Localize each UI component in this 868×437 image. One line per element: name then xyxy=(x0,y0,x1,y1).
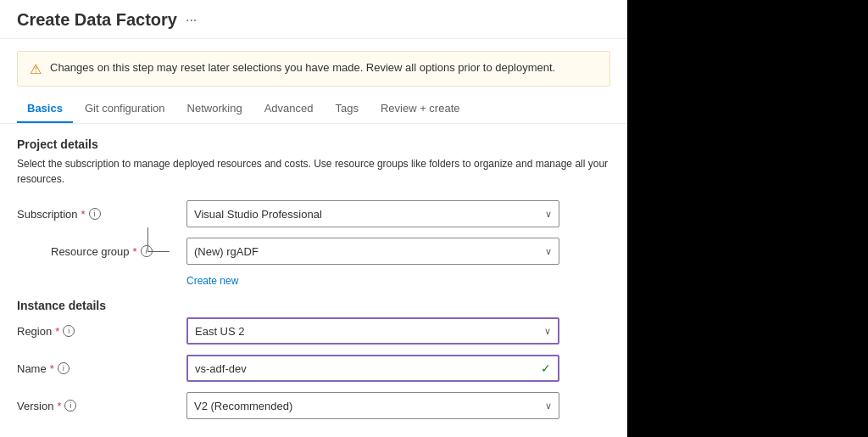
page-title: Create Data Factory xyxy=(17,10,177,30)
region-value: East US 2 xyxy=(195,325,245,338)
subscription-control-wrapper: Visual Studio Professional ∨ xyxy=(186,200,559,227)
subscription-required: * xyxy=(81,208,86,221)
tab-tags[interactable]: Tags xyxy=(325,95,368,123)
right-panel xyxy=(627,0,868,437)
resource-group-dropdown[interactable]: (New) rgADF ∨ xyxy=(186,238,559,265)
name-value: vs-adf-dev xyxy=(195,362,247,375)
project-details-title: Project details xyxy=(17,137,610,151)
subscription-dropdown[interactable]: Visual Studio Professional ∨ xyxy=(186,200,559,227)
warning-icon: ⚠ xyxy=(30,61,42,77)
region-chevron-icon: ∨ xyxy=(544,326,551,337)
warning-banner: ⚠ Changes on this step may reset later s… xyxy=(17,51,610,87)
subscription-info-icon[interactable]: i xyxy=(89,208,101,220)
form-body: Project details Select the subscription … xyxy=(0,124,627,437)
region-row: Region * i East US 2 ∨ xyxy=(17,317,610,345)
create-new-link[interactable]: Create new xyxy=(186,275,610,287)
main-panel: Create Data Factory ··· ⚠ Changes on thi… xyxy=(0,0,627,437)
tab-review-create[interactable]: Review + create xyxy=(370,95,470,123)
tab-advanced[interactable]: Advanced xyxy=(254,95,324,123)
subscription-label: Subscription * i xyxy=(17,208,186,221)
region-control-wrapper: East US 2 ∨ xyxy=(186,317,559,345)
name-row: Name * i vs-adf-dev ✓ xyxy=(17,355,610,382)
tab-networking[interactable]: Networking xyxy=(177,95,253,123)
version-chevron-icon: ∨ xyxy=(545,401,552,412)
name-control-wrapper: vs-adf-dev ✓ xyxy=(186,355,559,382)
more-options-icon[interactable]: ··· xyxy=(186,13,197,28)
version-row: Version * i V2 (Recommended) ∨ xyxy=(17,392,610,419)
name-required: * xyxy=(50,362,54,375)
project-details-section: Project details Select the subscription … xyxy=(17,137,610,287)
name-input[interactable]: vs-adf-dev ✓ xyxy=(186,355,559,382)
project-details-desc: Select the subscription to manage deploy… xyxy=(17,156,610,187)
name-check-icon: ✓ xyxy=(541,361,551,375)
instance-details-section: Instance details Region * i East US 2 ∨ xyxy=(17,299,610,419)
region-info-icon[interactable]: i xyxy=(63,325,75,337)
tab-basics[interactable]: Basics xyxy=(17,95,73,123)
resource-group-control-wrapper: (New) rgADF ∨ xyxy=(186,238,559,265)
subscription-row: Subscription * i Visual Studio Professio… xyxy=(17,200,610,227)
version-control-wrapper: V2 (Recommended) ∨ xyxy=(186,392,559,419)
version-info-icon[interactable]: i xyxy=(64,400,76,412)
region-required: * xyxy=(55,325,59,338)
resource-group-chevron-icon: ∨ xyxy=(545,246,552,257)
resource-group-value: (New) rgADF xyxy=(194,245,259,258)
subscription-value: Visual Studio Professional xyxy=(194,208,322,221)
tab-git-configuration[interactable]: Git configuration xyxy=(75,95,175,123)
version-dropdown[interactable]: V2 (Recommended) ∨ xyxy=(186,392,559,419)
region-dropdown[interactable]: East US 2 ∨ xyxy=(186,317,559,345)
version-value: V2 (Recommended) xyxy=(194,400,292,412)
instance-details-title: Instance details xyxy=(17,299,610,312)
warning-text: Changes on this step may reset later sel… xyxy=(50,60,555,76)
tabs-container: Basics Git configuration Networking Adva… xyxy=(0,95,627,124)
resource-group-required: * xyxy=(133,245,137,258)
resource-group-row: Resource group * i (New) rgADF ∨ xyxy=(17,238,610,265)
version-label: Version * i xyxy=(17,400,186,412)
name-info-icon[interactable]: i xyxy=(58,362,70,374)
subscription-chevron-icon: ∨ xyxy=(545,209,552,220)
region-label: Region * i xyxy=(17,325,186,338)
page-header: Create Data Factory ··· xyxy=(0,0,627,39)
name-label: Name * i xyxy=(17,362,186,375)
version-required: * xyxy=(57,400,61,412)
